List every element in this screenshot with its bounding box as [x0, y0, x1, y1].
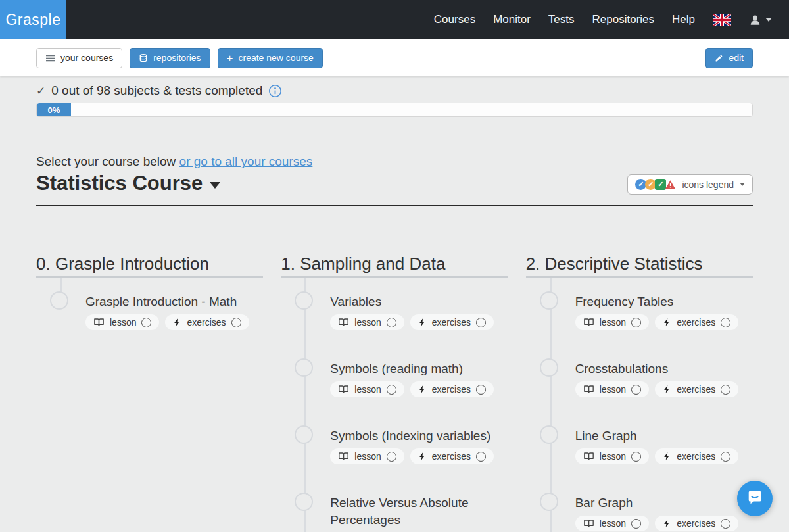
- course-title-dropdown[interactable]: Statistics Course: [36, 172, 220, 195]
- user-icon: [749, 14, 761, 26]
- lesson-badge[interactable]: lesson: [575, 516, 649, 531]
- grasple-logo[interactable]: Grasple: [0, 0, 66, 39]
- subject-badges: lesson exercises: [575, 516, 753, 531]
- icons-legend-label: icons legend: [682, 180, 734, 190]
- subject-title[interactable]: Crosstabulations: [575, 360, 753, 377]
- subject-item: Frequency Tables lesson exercises: [526, 293, 753, 330]
- subject-badges: lesson exercises: [575, 448, 753, 464]
- main-content: ✓ 0 out of 98 subjects & tests completed…: [0, 84, 789, 532]
- exercises-status-circle-icon: [476, 318, 486, 327]
- subject-node-circle[interactable]: [540, 425, 558, 444]
- course-chapter-column: 0. Grasple Introduction Grasple Introduc…: [36, 253, 263, 532]
- chat-launcher-button[interactable]: [737, 481, 773, 516]
- lightning-icon: [418, 384, 427, 395]
- subject-node-circle[interactable]: [540, 358, 558, 377]
- uk-flag-icon[interactable]: [713, 14, 731, 26]
- exercises-badge[interactable]: exercises: [410, 314, 494, 330]
- subject-badges: lesson exercises: [575, 381, 753, 397]
- lightning-icon: [663, 317, 671, 327]
- course-toolbar: your courses repositories + create new c…: [0, 39, 789, 76]
- subject-title[interactable]: Relative Versus Absolute Percentages: [330, 495, 508, 529]
- exercises-badge[interactable]: exercises: [410, 448, 494, 464]
- nav-item-tests[interactable]: Tests: [548, 13, 575, 26]
- subject-node-circle[interactable]: [540, 493, 558, 511]
- course-title-label: Statistics Course: [36, 172, 203, 195]
- book-icon: [583, 518, 594, 529]
- subject-item: Symbols (reading math) lesson exercises: [281, 360, 508, 397]
- subject-item: Variables lesson exercises: [281, 293, 508, 330]
- lesson-status-circle-icon: [631, 385, 641, 395]
- your-courses-button[interactable]: your courses: [36, 48, 122, 68]
- lesson-badge[interactable]: lesson: [575, 314, 649, 330]
- nav-item-courses[interactable]: Courses: [434, 13, 475, 26]
- subject-node-circle[interactable]: [295, 291, 313, 310]
- lesson-badge[interactable]: lesson: [330, 381, 404, 397]
- database-icon: [139, 53, 148, 63]
- plus-icon: +: [227, 53, 233, 64]
- lightning-icon: [663, 451, 671, 462]
- subject-node-circle[interactable]: [540, 291, 558, 310]
- exercises-badge-label: exercises: [432, 384, 471, 395]
- subject-item: Symbols (Indexing variables) lesson exer…: [281, 427, 508, 464]
- exercises-badge-label: exercises: [677, 518, 715, 529]
- chapter-header: 1. Sampling and Data: [281, 253, 508, 278]
- top-navbar: Grasple Courses Monitor Tests Repositori…: [0, 0, 789, 39]
- user-account-menu[interactable]: [749, 14, 772, 26]
- nav-item-repositories[interactable]: Repositories: [592, 13, 655, 26]
- lesson-badge-label: lesson: [600, 518, 626, 529]
- subject-node-circle[interactable]: [295, 358, 313, 377]
- nav-item-help[interactable]: Help: [672, 13, 695, 26]
- lesson-badge-label: lesson: [600, 384, 626, 395]
- lesson-badge-label: lesson: [600, 451, 626, 462]
- exercises-badge[interactable]: exercises: [655, 448, 738, 464]
- exercises-badge[interactable]: exercises: [655, 516, 738, 531]
- course-title-row: Statistics Course ✓ ✓ ✓ icons legend: [36, 172, 753, 195]
- lesson-badge[interactable]: lesson: [330, 448, 404, 464]
- all-courses-link[interactable]: or go to all your courses: [179, 155, 313, 168]
- lesson-badge[interactable]: lesson: [575, 381, 649, 397]
- lesson-badge[interactable]: lesson: [85, 314, 159, 330]
- subject-badges: lesson exercises: [575, 314, 753, 330]
- icons-legend-button[interactable]: ✓ ✓ ✓ icons legend: [627, 174, 753, 195]
- create-new-course-button[interactable]: + create new course: [218, 48, 323, 68]
- chevron-down-icon: [210, 182, 220, 189]
- book-icon: [338, 317, 349, 327]
- subject-node-circle[interactable]: [295, 493, 313, 511]
- lesson-badge-label: lesson: [354, 451, 381, 462]
- subject-badges: lesson exercises: [330, 448, 508, 464]
- subject-title[interactable]: Grasple Introduction - Math: [85, 293, 263, 310]
- chapter-header: 2. Descriptive Statistics: [526, 253, 753, 278]
- lesson-status-circle-icon: [387, 318, 396, 327]
- subject-node-circle[interactable]: [295, 425, 313, 444]
- nav-item-monitor[interactable]: Monitor: [493, 13, 531, 26]
- exercises-badge[interactable]: exercises: [410, 381, 494, 397]
- book-icon: [93, 317, 105, 327]
- exercises-badge[interactable]: exercises: [655, 314, 738, 330]
- chapter-items: Grasple Introduction - Math lesson exerc…: [36, 278, 263, 330]
- lesson-status-circle-icon: [141, 318, 151, 327]
- repositories-label: repositories: [153, 53, 201, 63]
- lesson-badge[interactable]: lesson: [575, 448, 649, 464]
- lesson-status-circle-icon: [631, 318, 641, 327]
- subject-title[interactable]: Symbols (Indexing variables): [330, 427, 508, 445]
- book-icon: [583, 317, 594, 327]
- exercises-badge[interactable]: exercises: [655, 381, 738, 397]
- exercises-badge[interactable]: exercises: [165, 314, 249, 330]
- course-chapter-column: 2. Descriptive Statistics Frequency Tabl…: [526, 253, 753, 532]
- subject-title[interactable]: Frequency Tables: [575, 293, 753, 310]
- exercises-badge-label: exercises: [677, 451, 715, 462]
- subject-title[interactable]: Variables: [330, 293, 508, 310]
- edit-button[interactable]: edit: [705, 48, 753, 68]
- subject-title[interactable]: Symbols (reading math): [330, 360, 508, 377]
- repositories-button[interactable]: repositories: [130, 48, 210, 68]
- subject-title[interactable]: Line Graph: [575, 427, 753, 445]
- subject-item: Relative Versus Absolute Percentages les…: [281, 495, 508, 532]
- lesson-badge[interactable]: lesson: [330, 314, 404, 330]
- info-icon[interactable]: [268, 84, 282, 98]
- lightning-icon: [663, 518, 671, 529]
- course-chapter-column: 1. Sampling and Data Variables lesson ex…: [281, 253, 508, 532]
- subject-badges: lesson exercises: [330, 381, 508, 397]
- subject-title[interactable]: Bar Graph: [575, 495, 753, 512]
- subject-item: Crosstabulations lesson exercises: [526, 360, 753, 397]
- subject-node-circle[interactable]: [50, 291, 68, 310]
